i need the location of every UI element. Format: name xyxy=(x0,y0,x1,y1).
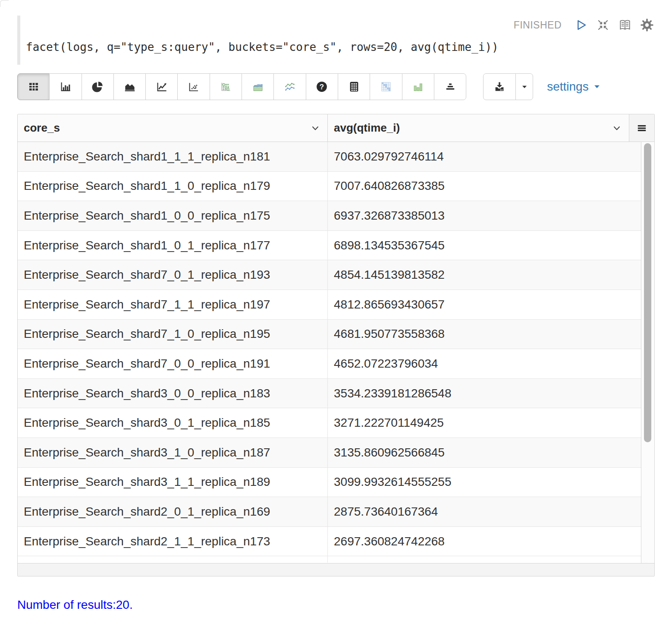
viz-multi-line-chart-button[interactable] xyxy=(273,73,306,100)
table-row: Enterprise_Search_shard2_1_1_replica_n17… xyxy=(18,527,641,557)
table-body: Enterprise_Search_shard1_1_1_replica_n18… xyxy=(18,142,654,563)
multi-line-chart-icon xyxy=(283,80,296,93)
column-label: avg(qtime_i) xyxy=(334,121,400,135)
viz-heatmap-button[interactable] xyxy=(370,73,402,100)
pie-chart-icon xyxy=(91,80,104,93)
bubble-chart-icon xyxy=(219,80,232,93)
caret-down-icon xyxy=(520,82,529,91)
paragraph-border-corner xyxy=(0,0,9,7)
download-icon xyxy=(493,80,506,93)
core-s-cell: Enterprise_Search_shard7_1_1_replica_n19… xyxy=(18,290,328,319)
core-s-cell: Enterprise_Search_shard3_0_1_replica_n18… xyxy=(18,408,328,438)
avg-qtime-cell: 6937.326873385013 xyxy=(328,201,641,230)
gear-icon xyxy=(640,18,654,32)
core-s-cell: Enterprise_Search_shard1_0_0_replica_n17… xyxy=(18,201,328,230)
horizontal-scrollbar[interactable] xyxy=(18,563,654,576)
avg-qtime-cell: 4854.145139813582 xyxy=(328,260,641,290)
core-s-cell: Enterprise_Search_shard7_0_1_replica_n19… xyxy=(18,260,328,290)
table-row: Enterprise_Search_shard1_0_0_replica_n17… xyxy=(18,201,641,231)
table-row: Enterprise_Search_shard3_1_0_replica_n18… xyxy=(18,438,641,468)
viz-pie-chart-button[interactable] xyxy=(82,73,114,100)
code-editor-block: FINISHED xyxy=(17,16,655,65)
code-editor[interactable]: facet(logs, q="type_s:query", buckets="c… xyxy=(26,41,655,54)
table-row: Enterprise_Search_shard2_0_1_replica_n16… xyxy=(18,497,641,527)
avg-qtime-cell: 2697.360824742268 xyxy=(328,527,641,556)
book-icon xyxy=(618,18,632,32)
viz-line-chart-button[interactable] xyxy=(145,73,178,100)
download-group xyxy=(483,73,533,100)
table-row: Enterprise_Search_shard7_0_1_replica_n19… xyxy=(18,260,641,290)
viz-bar-chart-button[interactable] xyxy=(49,73,82,100)
help-icon: ? xyxy=(315,80,328,93)
table-icon xyxy=(27,80,40,93)
core-s-cell: Enterprise_Search_shard7_1_0_replica_n19… xyxy=(18,320,328,349)
zeppelin-paragraph: FINISHED xyxy=(0,16,672,612)
avg-qtime-cell: 3099.9932614555255 xyxy=(328,468,641,497)
chevron-down-icon[interactable] xyxy=(612,123,622,133)
avg-qtime-cell: 4681.950773558368 xyxy=(328,320,641,349)
viz-pyramid-chart-button[interactable] xyxy=(434,73,466,100)
line-chart-icon xyxy=(155,80,168,93)
scrollbar-thumb[interactable] xyxy=(644,143,651,442)
grid-table-icon xyxy=(348,80,361,93)
core-s-cell: Enterprise_Search_shard2_0_1_replica_n16… xyxy=(18,497,328,526)
core-s-cell: Enterprise_Search_shard2_1_1_replica_n17… xyxy=(18,527,328,556)
viz-area-chart-button[interactable] xyxy=(113,73,146,100)
caret-down-icon xyxy=(593,82,601,91)
download-button[interactable] xyxy=(483,73,516,100)
table-row: Enterprise_Search_shard1_0_1_replica_n17… xyxy=(18,231,641,261)
avg-qtime-cell: 2875.73640167364 xyxy=(328,497,641,526)
table-row: Enterprise_Search_shard3_0_0_replica_n18… xyxy=(18,379,641,409)
download-dropdown-button[interactable] xyxy=(515,73,533,100)
collapse-icon xyxy=(596,18,610,32)
avg-qtime-cell: 6898.134535367545 xyxy=(328,231,641,260)
viz-stacked-area-chart-button[interactable] xyxy=(242,73,274,100)
core-s-cell: Enterprise_Search_shard3_1_1_replica_n18… xyxy=(18,468,328,497)
avg-qtime-cell: 7063.029792746114 xyxy=(328,142,641,171)
paragraph-control-bar: FINISHED xyxy=(26,16,655,35)
table-row: Enterprise_Search_shard7_1_1_replica_n19… xyxy=(18,290,641,320)
toggle-editor-button[interactable] xyxy=(617,17,633,33)
run-button[interactable] xyxy=(573,17,589,33)
grid-menu-button[interactable] xyxy=(629,114,654,142)
collapse-button[interactable] xyxy=(595,17,611,33)
column-chart-icon xyxy=(411,80,424,93)
column-header-avg-qtime[interactable]: avg(qtime_i) xyxy=(328,114,629,142)
settings-toggle[interactable]: settings xyxy=(547,80,601,94)
avg-qtime-cell: 4652.07223796034 xyxy=(328,349,641,378)
area-chart-icon xyxy=(123,80,136,93)
heatmap-icon xyxy=(380,80,393,93)
viz-scatter-chart-button[interactable] xyxy=(177,73,210,100)
play-icon xyxy=(574,18,588,32)
svg-text:?: ? xyxy=(320,83,324,91)
viz-table-button[interactable] xyxy=(17,73,50,100)
hamburger-menu-icon xyxy=(636,123,647,134)
table-row: Enterprise_Search_shard3_1_1_replica_n18… xyxy=(18,468,641,497)
vertical-scrollbar[interactable] xyxy=(641,142,654,563)
column-header-core-s[interactable]: core_s xyxy=(18,114,328,142)
core-s-cell: Enterprise_Search_shard3_1_0_replica_n18… xyxy=(18,438,328,467)
viz-bubble-chart-button[interactable] xyxy=(210,73,242,100)
paragraph-status: FINISHED xyxy=(514,19,562,31)
core-s-cell: Enterprise_Search_shard1_1_0_replica_n17… xyxy=(18,172,328,201)
core-s-cell: Enterprise_Search_shard1_0_1_replica_n17… xyxy=(18,231,328,260)
paragraph-settings-button[interactable] xyxy=(639,17,655,33)
table-row: Enterprise_Search_shard1_1_0_replica_n17… xyxy=(18,172,641,202)
results-table: core_s avg(qtime_i) Enterprise_Search_sh… xyxy=(17,114,655,576)
avg-qtime-cell: 7007.640826873385 xyxy=(328,172,641,201)
core-s-cell: Enterprise_Search_shard7_0_0_replica_n19… xyxy=(18,349,328,378)
bar-chart-icon xyxy=(59,80,72,93)
table-row: Enterprise_Search_shard3_0_1_replica_n18… xyxy=(18,408,641,438)
avg-qtime-cell: 3534.2339181286548 xyxy=(328,379,641,408)
core-s-cell: Enterprise_Search_shard3_0_0_replica_n18… xyxy=(18,379,328,408)
avg-qtime-cell: 4812.865693430657 xyxy=(328,290,641,319)
chevron-down-icon[interactable] xyxy=(310,123,320,133)
results-count: Number of results:20. xyxy=(17,598,655,612)
viz-column-chart-button[interactable] xyxy=(402,73,434,100)
core-s-cell: Enterprise_Search_shard1_1_1_replica_n18… xyxy=(18,142,328,171)
viz-help-button[interactable]: ? xyxy=(306,73,338,100)
viz-grid-table-button[interactable] xyxy=(338,73,370,100)
avg-qtime-cell: 3271.222701149425 xyxy=(328,408,641,438)
column-label: core_s xyxy=(24,121,60,135)
result-toolbar: ? xyxy=(17,73,655,100)
